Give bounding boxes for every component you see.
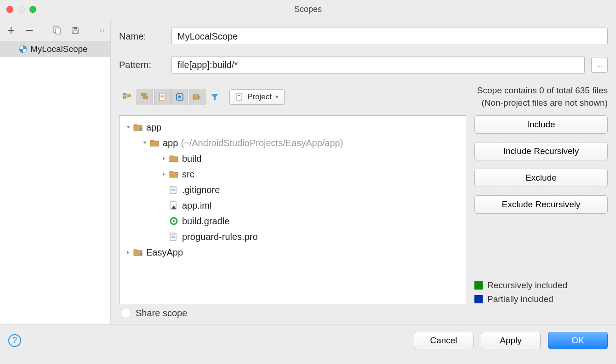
tree-module-app[interactable]: app	[120, 119, 466, 135]
scope-stats-line1: Scope contains 0 of total 635 files	[477, 85, 608, 97]
pattern-label: Pattern:	[119, 60, 165, 70]
sidebar: ›› MyLocalScope	[0, 19, 111, 324]
svg-rect-22	[170, 233, 176, 240]
tree-label: app	[163, 138, 178, 148]
copy-scope-button[interactable]	[51, 24, 63, 37]
dialog-footer: ? Cancel Apply OK	[0, 324, 616, 356]
share-scope-row: Share scope	[119, 304, 608, 324]
include-button[interactable]: Include	[474, 115, 608, 134]
group-by-scope-button[interactable]	[189, 89, 205, 105]
exclude-button[interactable]: Exclude	[474, 169, 608, 187]
iml-file-icon	[169, 201, 179, 210]
main-panel: Name: Pattern: …	[111, 19, 616, 324]
group-by-module-button[interactable]	[119, 89, 136, 105]
cancel-button[interactable]: Cancel	[414, 332, 473, 349]
expand-arrow-right-icon[interactable]	[161, 171, 167, 177]
expand-arrow-down-icon[interactable]	[142, 140, 148, 146]
close-window-button[interactable]	[6, 6, 13, 13]
svg-rect-10	[160, 93, 165, 101]
svg-rect-5	[123, 93, 126, 95]
svg-rect-1	[56, 28, 60, 34]
svg-rect-7	[128, 95, 131, 97]
folder-icon	[169, 170, 179, 178]
gradle-file-icon	[169, 216, 179, 226]
tree-file-iml[interactable]: app.iml	[120, 198, 466, 213]
share-scope-checkbox[interactable]	[122, 309, 131, 318]
help-button[interactable]: ?	[8, 334, 21, 347]
tree-file-proguard[interactable]: proguard-rules.pro	[120, 229, 466, 245]
tree-label: .gitignore	[182, 185, 220, 195]
tree-file-gitignore[interactable]: .gitignore	[120, 182, 466, 198]
tree-label: EasyApp	[146, 247, 183, 258]
expand-arrow-down-icon[interactable]	[125, 124, 131, 131]
add-scope-button[interactable]	[5, 24, 17, 37]
folder-icon	[169, 154, 179, 163]
show-files-button[interactable]	[154, 89, 171, 105]
scope-selector-label: Project	[247, 92, 272, 102]
svg-rect-12	[178, 96, 181, 98]
legend: Recursively included Partially included	[474, 272, 608, 304]
sidebar-more-icon[interactable]: ››	[100, 27, 106, 34]
scope-list: MyLocalScope	[0, 41, 110, 324]
tree-label: src	[182, 169, 194, 180]
ok-button[interactable]: OK	[548, 332, 608, 349]
exclude-recursively-button[interactable]: Exclude Recursively	[474, 195, 608, 214]
tree-src-folder[interactable]: src	[120, 166, 466, 182]
chevron-down-icon: ▾	[275, 93, 279, 100]
action-buttons: Include Include Recursively Exclude Excl…	[474, 115, 608, 304]
legend-blue-swatch	[474, 295, 483, 303]
sidebar-toolbar: ››	[0, 19, 110, 41]
filter-button[interactable]	[206, 89, 223, 105]
expand-arrow-right-icon[interactable]	[125, 249, 131, 256]
include-recursively-button[interactable]: Include Recursively	[474, 142, 608, 160]
svg-rect-16	[238, 95, 240, 96]
show-modules-button[interactable]	[171, 89, 188, 105]
svg-rect-6	[123, 97, 126, 98]
pattern-input[interactable]	[171, 56, 585, 74]
scope-stats-line2: (Non-project files are not shown)	[477, 97, 608, 109]
scope-selector-dropdown[interactable]: Project ▾	[229, 89, 285, 105]
tree-toolbar: Project ▾	[119, 89, 285, 105]
svg-rect-15	[237, 94, 242, 100]
traffic-lights	[6, 6, 36, 13]
pattern-expand-button[interactable]: …	[591, 57, 608, 73]
file-icon	[169, 185, 179, 194]
minimize-window-button[interactable]	[18, 6, 25, 13]
scope-list-item-label: MyLocalScope	[30, 44, 88, 54]
legend-recursive-label: Recursively included	[487, 280, 567, 290]
apply-button[interactable]: Apply	[481, 332, 541, 349]
tree-label: build	[182, 154, 201, 164]
titlebar: Scopes	[0, 0, 616, 19]
tree-file-buildgradle[interactable]: build.gradle	[120, 213, 466, 229]
svg-rect-23	[140, 253, 142, 255]
tree-label: build.gradle	[182, 216, 229, 227]
legend-green-swatch	[474, 281, 483, 290]
svg-rect-17	[140, 128, 142, 130]
svg-rect-8	[142, 93, 146, 96]
name-input[interactable]	[171, 28, 608, 45]
project-icon	[235, 93, 244, 101]
scope-list-item[interactable]: MyLocalScope	[0, 41, 110, 57]
svg-point-21	[173, 220, 175, 222]
expand-arrow-right-icon[interactable]	[161, 155, 167, 162]
svg-rect-14	[199, 97, 200, 98]
name-label: Name:	[119, 31, 165, 42]
tree-path-hint: (~/AndroidStudioProjects/EasyApp/app)	[181, 138, 343, 148]
tree-build-folder[interactable]: build	[120, 151, 466, 166]
zoom-window-button[interactable]	[29, 6, 36, 13]
project-tree[interactable]: app app (~/AndroidStudioProjects/EasyApp…	[119, 115, 466, 304]
svg-rect-13	[193, 95, 199, 99]
window-title: Scopes	[294, 5, 322, 14]
share-scope-label: Share scope	[136, 308, 187, 318]
legend-partial-label: Partially included	[487, 294, 553, 304]
tree-label: proguard-rules.pro	[182, 232, 258, 242]
file-icon	[169, 232, 179, 241]
scope-stats: Scope contains 0 of total 635 files (Non…	[477, 85, 608, 109]
content-split: ›› MyLocalScope Name: Pattern: …	[0, 19, 616, 324]
remove-scope-button[interactable]	[23, 24, 36, 37]
tree-module-easyapp[interactable]: EasyApp	[120, 245, 466, 260]
tree-app-folder[interactable]: app (~/AndroidStudioProjects/EasyApp/app…	[120, 135, 466, 151]
save-scope-button[interactable]	[69, 24, 82, 37]
tree-label: app	[146, 122, 161, 133]
flatten-packages-button[interactable]	[137, 89, 153, 105]
